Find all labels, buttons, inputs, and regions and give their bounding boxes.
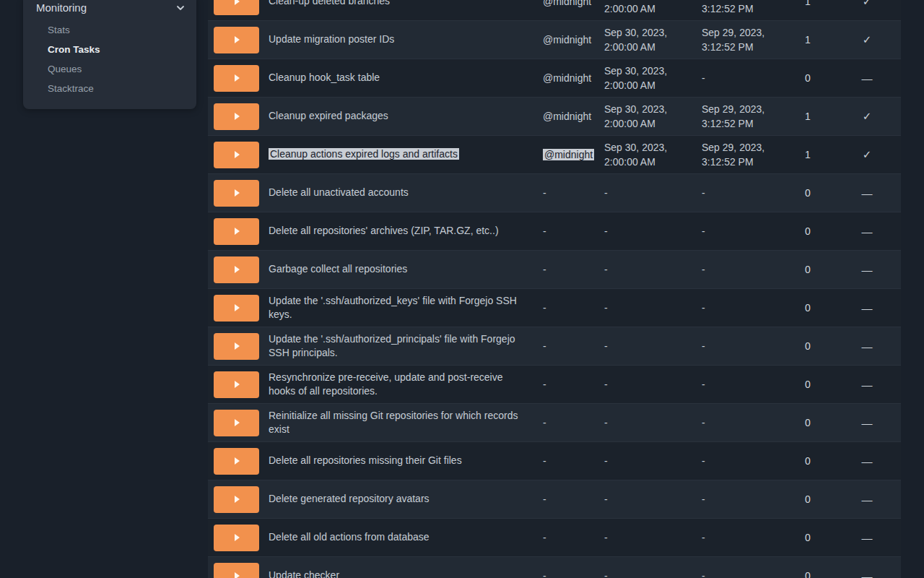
run-cell: [208, 295, 269, 322]
sidebar-item-queues[interactable]: Queues: [23, 59, 196, 79]
task-next-run: -: [598, 186, 696, 200]
run-task-button[interactable]: [214, 218, 259, 245]
task-last-run: -: [696, 377, 783, 392]
run-task-button[interactable]: [214, 103, 259, 130]
task-name: Resynchronize pre-receive, update and po…: [269, 371, 537, 399]
task-next-run: -: [598, 530, 696, 545]
chevron-down-icon: [175, 2, 186, 14]
play-icon: [235, 572, 240, 578]
run-task-button[interactable]: [214, 65, 259, 92]
task-name: Delete all repositories missing their Gi…: [269, 454, 537, 468]
task-status-icon: —: [833, 417, 901, 429]
task-next-run: Sep 30, 2023,2:00:00 AM: [598, 140, 696, 169]
task-next-run: Sep 30, 2023,2:00:00 AM: [598, 0, 696, 16]
task-schedule: -: [537, 532, 598, 543]
cron-tasks-table: Clean-up deleted branches @midnight Sep …: [208, 0, 901, 578]
task-name: Update the '.ssh/authorized_principals' …: [269, 332, 537, 361]
task-exec-count: 0: [783, 72, 833, 84]
task-name: Delete all repositories' archives (ZIP, …: [269, 224, 537, 238]
run-task-button[interactable]: [214, 0, 259, 15]
play-icon: [235, 228, 240, 235]
sidebar-item-stats[interactable]: Stats: [23, 20, 196, 40]
task-next-run: -: [598, 262, 696, 277]
run-cell: [208, 27, 269, 53]
table-row: Cleanup hook_task table @midnight Sep 30…: [208, 59, 901, 98]
play-icon: [235, 304, 240, 311]
task-schedule: -: [537, 187, 598, 199]
play-icon: [235, 381, 240, 388]
table-row: Delete all repositories' archives (ZIP, …: [208, 212, 901, 251]
task-status-icon: —: [833, 225, 901, 238]
task-status-icon: —: [833, 493, 901, 506]
sidebar-item-stacktrace[interactable]: Stacktrace: [23, 79, 196, 98]
task-status-icon: —: [833, 72, 901, 85]
task-last-run: Sep 29, 2023,3:12:52 PM: [696, 102, 783, 131]
play-icon: [235, 496, 240, 503]
run-task-button[interactable]: [214, 486, 259, 513]
run-task-button[interactable]: [214, 180, 259, 207]
task-last-run: -: [696, 492, 783, 506]
task-name: Delete all unactivated accounts: [269, 186, 537, 200]
task-status-icon: —: [833, 264, 901, 276]
play-icon: [235, 457, 240, 465]
run-cell: [208, 256, 269, 283]
task-name: Update checker: [269, 569, 537, 578]
sidebar-section-header[interactable]: Monitoring: [23, 0, 196, 14]
sidebar-items: StatsCron TasksQueuesStacktrace: [23, 20, 196, 98]
task-schedule: @midnight: [537, 0, 598, 7]
table-row: Update the '.ssh/authorized_keys' file w…: [208, 289, 901, 327]
play-icon: [235, 266, 240, 273]
table-row: Reinitialize all missing Git repositorie…: [208, 404, 901, 442]
run-task-button[interactable]: [214, 410, 259, 436]
task-name: Delete generated repository avatars: [269, 492, 537, 506]
table-row: Delete all unactivated accounts - - - 0 …: [208, 174, 901, 212]
run-cell: [208, 486, 269, 513]
task-next-run: -: [598, 377, 696, 392]
task-schedule: @midnight: [537, 111, 598, 122]
run-cell: [208, 563, 269, 578]
run-cell: [208, 448, 269, 475]
run-task-button[interactable]: [214, 27, 259, 53]
task-exec-count: 0: [783, 187, 833, 199]
run-task-button[interactable]: [214, 333, 259, 360]
task-last-run: Sep 29, 2023,3:12:52 PM: [696, 140, 783, 169]
run-task-button[interactable]: [214, 525, 259, 551]
task-schedule: -: [537, 302, 598, 314]
task-last-run: -: [696, 262, 783, 277]
task-exec-count: 0: [783, 302, 833, 314]
table-row: Garbage collect all repositories - - - 0…: [208, 251, 901, 289]
sidebar-item-cron-tasks[interactable]: Cron Tasks: [23, 40, 196, 59]
play-icon: [235, 534, 240, 541]
task-exec-count: 0: [783, 264, 833, 275]
task-name: Cleanup hook_task table: [269, 71, 537, 85]
run-task-button[interactable]: [214, 295, 259, 322]
run-task-button[interactable]: [214, 371, 259, 398]
play-icon: [235, 151, 240, 158]
task-schedule: -: [537, 225, 598, 237]
table-row: Delete all old actions from database - -…: [208, 519, 901, 557]
task-next-run: -: [598, 224, 696, 238]
task-exec-count: 1: [783, 0, 833, 7]
run-cell: [208, 142, 269, 168]
play-icon: [235, 113, 240, 120]
task-last-run: -: [696, 71, 783, 85]
task-last-run: -: [696, 454, 783, 468]
task-name: Update the '.ssh/authorized_keys' file w…: [269, 294, 537, 322]
task-last-run: -: [696, 569, 783, 578]
task-next-run: -: [598, 492, 696, 506]
run-task-button[interactable]: [214, 448, 259, 475]
task-exec-count: 0: [783, 340, 833, 352]
run-cell: [208, 333, 269, 360]
task-name: Update migration poster IDs: [269, 33, 537, 47]
table-row: Update checker - - - 0 —: [208, 557, 901, 578]
table-row: Delete all repositories missing their Gi…: [208, 442, 901, 480]
task-status-icon: —: [833, 455, 901, 467]
play-icon: [235, 342, 240, 350]
run-task-button[interactable]: [214, 563, 259, 578]
run-task-button[interactable]: [214, 142, 259, 168]
task-status-icon: —: [833, 379, 901, 391]
run-task-button[interactable]: [214, 256, 259, 283]
task-next-run: -: [598, 454, 696, 468]
task-name: Garbage collect all repositories: [269, 262, 537, 277]
run-cell: [208, 103, 269, 130]
